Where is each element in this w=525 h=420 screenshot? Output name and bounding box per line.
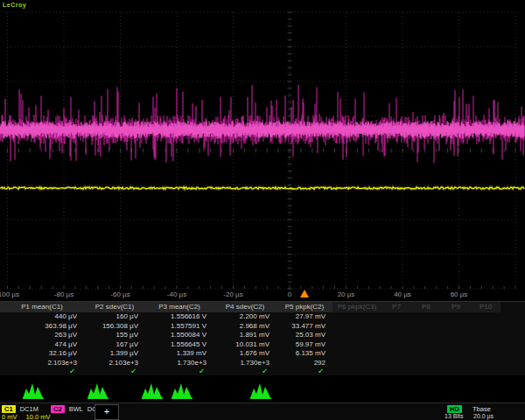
- histicon-row: [0, 375, 525, 402]
- measurement-value: [441, 312, 471, 322]
- measurement-value: 27.97 mV: [276, 312, 332, 322]
- measurement-value: 1.891 mV: [214, 331, 276, 340]
- logo: LeCroy: [3, 2, 26, 8]
- param-header[interactable]: P1 mean(C1): [0, 302, 84, 312]
- measurement-value: 1.550084 V: [145, 331, 214, 340]
- measurement-value: 10.031 mV: [214, 340, 276, 350]
- measurement-value: 1.676 mV: [214, 349, 276, 359]
- measurement-value: 32.16 µV: [0, 349, 84, 359]
- measurement-value: [382, 312, 411, 322]
- measurement-value: 1.557591 V: [145, 322, 214, 332]
- measurement-value: 292: [276, 359, 332, 368]
- c1-scale-line: 0 mV 10.0 mV: [2, 413, 58, 420]
- histicon[interactable]: [142, 382, 163, 402]
- hd-badge[interactable]: HD: [447, 405, 462, 413]
- measurement-value: 2.968 mV: [214, 322, 276, 332]
- histicon[interactable]: [88, 382, 108, 402]
- measurement-value: 363.98 µV: [0, 322, 84, 332]
- bottom-bar: C1 DC1M 0 mV 10.0 mV C2 BWL DC1M + HD 13…: [0, 402, 525, 420]
- measurement-value: [441, 349, 471, 359]
- measurement-value: [382, 340, 411, 350]
- measurement-value: [332, 322, 382, 332]
- measurement-value: 1.730e+3: [214, 359, 276, 368]
- measurement-value: [332, 340, 382, 350]
- measurement-value: [332, 331, 382, 340]
- measurement-value: [471, 312, 500, 322]
- measurement-value: 2.103e+3: [0, 359, 84, 368]
- measurement-value: 33.477 mV: [276, 322, 332, 332]
- measurement-value: [411, 349, 441, 359]
- measurement-value: 156.308 µV: [84, 322, 145, 332]
- measurement-value: 440 µV: [0, 312, 84, 322]
- waveform-display: [0, 0, 525, 301]
- measurement-value: [411, 331, 441, 340]
- param-header[interactable]: P8: [411, 302, 441, 312]
- c1-offset: 0 mV: [2, 413, 18, 420]
- hd-bits: 13 Bits: [444, 413, 463, 419]
- measurement-value: [471, 331, 500, 340]
- measurement-value: 1.556645 V: [145, 340, 214, 350]
- tbase-label[interactable]: Tbase: [472, 405, 491, 413]
- measurement-value: 2.103e+3: [84, 359, 145, 368]
- crosshair-marker[interactable]: +: [94, 404, 119, 420]
- time-label: -40 µs: [167, 290, 186, 298]
- param-header[interactable]: P3 mean(C2): [145, 302, 214, 312]
- measurement-value: [471, 349, 500, 359]
- measurement-value: 263 µV: [0, 331, 84, 340]
- param-header[interactable]: P10: [471, 302, 500, 312]
- measurement-value: [382, 359, 411, 368]
- measurement-value: 155 µV: [84, 331, 145, 340]
- time-label: -60 µs: [110, 290, 130, 298]
- measurement-value: [382, 349, 411, 359]
- time-label: 60 µs: [451, 290, 468, 298]
- param-header[interactable]: P9: [441, 302, 471, 312]
- measurement-value: [332, 359, 382, 368]
- measurement-value: 474 µV: [0, 340, 84, 350]
- oscilloscope-screen: LeCroy -100 µs-80 µs-60 µs-40 µs-20 µs02…: [0, 0, 525, 420]
- measurement-value: 160 µV: [84, 312, 145, 322]
- measurement-value: [411, 359, 441, 368]
- c2-bwl: BWL: [69, 405, 83, 413]
- measurement-value: 1.556616 V: [145, 312, 214, 322]
- measurement-value: [382, 331, 411, 340]
- c1-scale: 10.0 mV: [26, 413, 51, 420]
- param-header[interactable]: P5 pkpk(C2): [276, 302, 332, 312]
- measurement-value: [332, 312, 382, 322]
- measurement-value: 25.03 mV: [276, 331, 332, 340]
- measurement-table: P1 mean(C1)P2 sdev(C1)P3 mean(C2)P4 sdev…: [0, 301, 525, 376]
- param-header[interactable]: P2 sdev(C1): [84, 302, 145, 312]
- param-header[interactable]: P7: [382, 302, 411, 312]
- measurement-value: [382, 322, 411, 332]
- time-axis: -100 µs-80 µs-60 µs-40 µs-20 µs020 µs40 …: [0, 289, 525, 301]
- measurement-value: [411, 312, 441, 322]
- measurement-value: [441, 359, 471, 368]
- histicon[interactable]: [23, 382, 44, 402]
- measurement-value: 2.200 mV: [214, 312, 276, 322]
- measurement-value: [441, 322, 471, 332]
- c1-badge[interactable]: C1: [2, 405, 16, 413]
- measurement-value: [471, 359, 500, 368]
- measurement-value: [471, 322, 500, 332]
- measurement-value: [471, 340, 500, 350]
- time-label: 40 µs: [394, 290, 411, 298]
- measurement-value: [332, 349, 382, 359]
- time-label: 20 µs: [338, 290, 355, 298]
- measurement-value: 6.135 mV: [276, 349, 332, 359]
- c1-coupling: DC1M: [20, 405, 38, 413]
- measurement-value: [441, 340, 471, 350]
- measurement-value: [411, 322, 441, 332]
- measurement-value: 1.339 mV: [145, 349, 214, 359]
- time-label: -80 µs: [54, 290, 74, 298]
- measurement-value: 1.730e+3: [145, 359, 214, 368]
- param-header[interactable]: P4 sdev(C2): [214, 302, 276, 312]
- histicon[interactable]: [250, 382, 271, 402]
- param-header[interactable]: P6 pkpk(C3): [332, 302, 382, 312]
- c2-badge[interactable]: C2: [51, 405, 65, 413]
- measurement-value: 59.97 mV: [276, 340, 332, 350]
- measurement-value: 1.399 µV: [84, 349, 145, 359]
- measurement-value: [441, 331, 471, 340]
- time-label: -100 µs: [0, 290, 19, 298]
- c1-descriptor[interactable]: C1 DC1M: [2, 405, 38, 413]
- measurement-value: 167 µV: [84, 340, 145, 350]
- histicon[interactable]: [172, 382, 192, 402]
